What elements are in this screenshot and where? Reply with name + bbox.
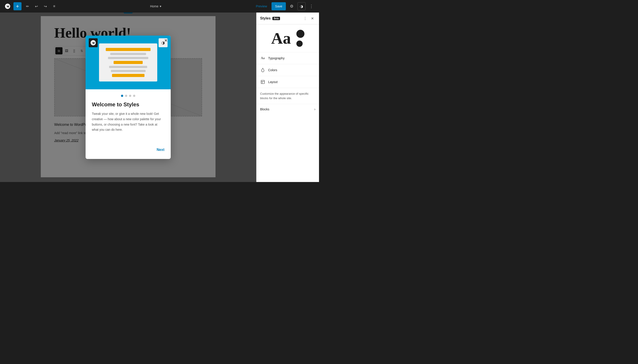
wp-logo[interactable] xyxy=(4,2,12,10)
top-bar-right: Preview Save ⚙ ◑ ⋮ xyxy=(253,2,315,10)
typography-icon: Aa xyxy=(260,56,265,61)
top-bar: + ✏ ↩ ↪ ≡ Home ▾ Preview Save ⚙ ◑ ⋮ xyxy=(0,0,319,12)
more-menu-button[interactable]: ⋮ xyxy=(307,2,315,10)
modal-dots xyxy=(92,95,164,97)
color-dot-large xyxy=(296,30,304,38)
blocks-label: Blocks xyxy=(260,108,269,111)
modal-illustration: ◑ ✕ xyxy=(86,36,171,89)
site-title: Home xyxy=(150,4,158,8)
sidebar-title: Styles xyxy=(260,16,271,20)
edit-tool-button[interactable]: ✏ xyxy=(23,2,31,10)
sidebar-header-actions: ⋮ ✕ xyxy=(302,15,315,22)
next-button[interactable]: Next xyxy=(157,146,164,154)
modal-dot-2[interactable] xyxy=(125,95,127,97)
right-sidebar: Styles Beta ⋮ ✕ Aa Aa Typography xyxy=(256,12,319,182)
modal-dot-3[interactable] xyxy=(129,95,131,97)
list-view-button[interactable]: ≡ xyxy=(50,2,58,10)
settings-button[interactable]: ⚙ xyxy=(288,2,296,10)
color-dot-small xyxy=(296,40,303,47)
sidebar-item-label-colors: Colors xyxy=(268,68,315,72)
chevron-right-icon: › xyxy=(314,107,315,111)
illus-gray-1 xyxy=(110,53,146,55)
illus-gray-4 xyxy=(111,70,146,72)
chevron-down-icon: ▾ xyxy=(160,4,161,8)
aa-preview: Aa xyxy=(271,30,291,46)
illus-bar-1 xyxy=(106,48,151,51)
sidebar-item-layout[interactable]: Layout xyxy=(257,76,319,88)
sidebar-close-button[interactable]: ✕ xyxy=(309,15,315,22)
preview-button[interactable]: Preview xyxy=(253,2,270,10)
illus-bar-2 xyxy=(114,61,143,64)
toolbar-tools: ✏ ↩ ↪ ≡ xyxy=(23,2,58,10)
modal-dot-1[interactable] xyxy=(121,95,123,97)
beta-badge: Beta xyxy=(272,17,280,20)
colors-icon xyxy=(260,68,265,73)
welcome-modal: ◑ ✕ xyxy=(86,36,171,159)
illustration-inner xyxy=(99,44,157,82)
sidebar-item-typography[interactable]: Aa Typography xyxy=(257,52,319,64)
illus-gray-3 xyxy=(109,66,147,68)
redo-button[interactable]: ↪ xyxy=(41,2,49,10)
sidebar-item-colors[interactable]: Colors xyxy=(257,64,319,76)
typography-preview: Aa xyxy=(257,24,319,52)
sidebar-header: Styles Beta ⋮ ✕ xyxy=(257,12,319,24)
illus-gray-2 xyxy=(108,57,148,59)
illus-bar-3 xyxy=(112,74,145,77)
modal-close-button[interactable]: ✕ xyxy=(163,38,169,44)
svg-rect-1 xyxy=(261,80,265,84)
add-block-button[interactable]: + xyxy=(14,2,22,10)
main-layout: Hello world! ⧉ 🖼 ⣿ ⇅ ▤ ◌ ⋮ xyxy=(0,12,319,182)
customize-text: Customize the appearance of specific blo… xyxy=(257,88,319,104)
color-dots xyxy=(296,30,304,47)
modal-footer: Next xyxy=(86,146,171,159)
modal-title: Welcome to Styles xyxy=(92,102,164,108)
blocks-row[interactable]: Blocks › xyxy=(257,104,319,114)
sidebar-item-label-layout: Layout xyxy=(268,80,315,84)
sidebar-title-row: Styles Beta xyxy=(260,16,280,20)
editor-area: Hello world! ⧉ 🖼 ⣿ ⇅ ▤ ◌ ⋮ xyxy=(0,12,256,182)
sidebar-more-button[interactable]: ⋮ xyxy=(302,15,308,22)
site-title-bar[interactable]: Home ▾ xyxy=(60,4,251,8)
save-button[interactable]: Save xyxy=(272,2,286,10)
sidebar-item-label-typography: Typography xyxy=(268,56,315,60)
theme-toggle-button[interactable]: ◑ xyxy=(298,2,306,10)
modal-body: Welcome to Styles Tweak your site, or gi… xyxy=(86,89,171,146)
undo-button[interactable]: ↩ xyxy=(32,2,40,10)
modal-overlay: ◑ ✕ xyxy=(0,12,256,182)
modal-description: Tweak your site, or give it a whole new … xyxy=(92,111,164,132)
modal-dot-4[interactable] xyxy=(133,95,135,97)
modal-wp-logo xyxy=(89,38,98,47)
layout-icon xyxy=(260,79,265,84)
